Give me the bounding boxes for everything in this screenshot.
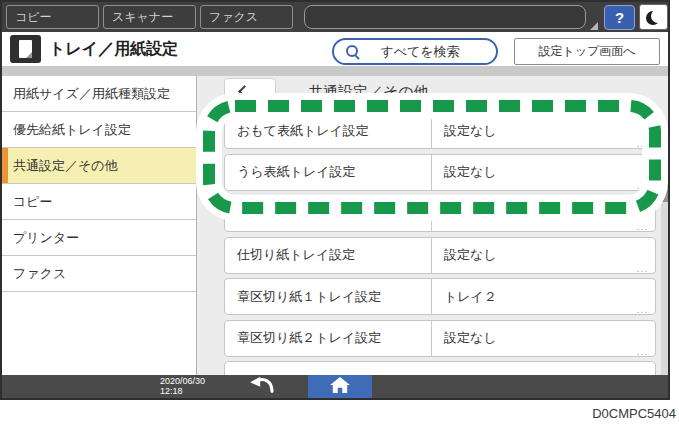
search-icon [346, 45, 360, 59]
row-value: 設定なし [431, 321, 497, 356]
sidebar: 用紙サイズ／用紙種類設定優先給紙トレイ設定共通設定／その他コピープリンターファク… [2, 76, 197, 375]
resize-notch-icon [590, 22, 598, 30]
main-list: 共通設定／その他 おもて表紙トレイ設定設定なし...うら表紙トレイ設定設定なし.… [198, 76, 668, 375]
row-more-icon: ... [637, 346, 648, 357]
sidebar-item-4[interactable]: プリンター [2, 220, 196, 256]
help-button[interactable]: ? [604, 5, 635, 30]
row-more-icon: ... [637, 304, 648, 315]
row-label: 章区切り紙１トレイ設定 [237, 279, 381, 314]
row-more-icon: ... [637, 138, 648, 149]
back-button[interactable] [224, 78, 276, 104]
row-label: うら表紙トレイ設定 [237, 155, 356, 190]
page: コピースキャナーファクス ? トレイ／用紙設定 すべてを検索 設定トップ画面へ … [0, 0, 679, 427]
row-value: トレイ２ [431, 279, 497, 314]
divider-band [2, 66, 668, 76]
sidebar-item-3[interactable]: コピー [2, 184, 196, 220]
table-row-0[interactable]: おもて表紙トレイ設定設定なし... [224, 112, 656, 149]
figure-caption: D0CMPC5404 [592, 406, 676, 421]
table-row-1[interactable]: うら表紙トレイ設定設定なし... [224, 154, 656, 191]
table-row-4[interactable]: 章区切り紙１トレイ設定トレイ２... [224, 278, 656, 315]
undo-back-button[interactable] [240, 375, 284, 398]
sidebar-item-2[interactable]: 共通設定／その他 [2, 148, 196, 184]
row-label: 合紙トレイ設定 [237, 196, 329, 231]
table-row-5[interactable]: 章区切り紙２トレイ設定設定なし... [224, 320, 656, 357]
row-value: 設定なし [431, 196, 497, 231]
time-label: 12:18 [160, 386, 205, 396]
chevron-left-icon [238, 85, 251, 98]
datetime-display: 2020/06/30 12:18 [160, 376, 205, 396]
row-more-icon: ... [637, 180, 648, 191]
sidebar-item-5[interactable]: ファクス [2, 256, 196, 292]
search-button-label: すべてを検索 [380, 44, 459, 59]
status-display[interactable] [304, 5, 586, 29]
table-row-partial[interactable] [224, 361, 656, 375]
home-button[interactable] [308, 375, 372, 398]
tab-2[interactable]: ファクス [200, 5, 293, 29]
page-title: トレイ／用紙設定 [49, 39, 178, 60]
sidebar-item-0[interactable]: 用紙サイズ／用紙種類設定 [2, 76, 196, 112]
table-row-2[interactable]: 合紙トレイ設定設定なし... [224, 195, 656, 232]
row-more-icon: ... [637, 263, 648, 274]
sidebar-item-1[interactable]: 優先給紙トレイ設定 [2, 112, 196, 148]
undo-arrow-icon [246, 375, 278, 395]
date-label: 2020/06/30 [160, 376, 205, 386]
bottom-bar: 2020/06/30 12:18 [2, 375, 668, 398]
row-label: 章区切り紙２トレイ設定 [237, 321, 381, 356]
tray-paper-icon [10, 35, 41, 63]
top-bar: コピースキャナーファクス ? [2, 2, 668, 32]
content-area: 用紙サイズ／用紙種類設定優先給紙トレイ設定共通設定／その他コピープリンターファク… [2, 76, 668, 375]
row-label: おもて表紙トレイ設定 [237, 113, 369, 148]
device-screen: コピースキャナーファクス ? トレイ／用紙設定 すべてを検索 設定トップ画面へ … [0, 0, 670, 400]
row-label: 仕切り紙トレイ設定 [237, 238, 355, 273]
energy-saver-button[interactable] [639, 4, 668, 30]
row-value: 設定なし [431, 155, 497, 190]
settings-top-button[interactable]: 設定トップ画面へ [514, 38, 660, 65]
row-value: 設定なし [431, 238, 497, 273]
row-more-icon: ... [637, 221, 648, 232]
section-title: 共通設定／その他 [308, 83, 429, 102]
scrollbar-thumb[interactable] [661, 152, 668, 202]
moon-icon [646, 10, 662, 26]
scrollbar[interactable] [661, 150, 668, 375]
tab-0[interactable]: コピー [6, 5, 99, 29]
search-button[interactable]: すべてを検索 [332, 38, 498, 65]
row-value: 設定なし [431, 113, 497, 148]
tab-1[interactable]: スキャナー [103, 5, 196, 29]
title-bar: トレイ／用紙設定 すべてを検索 設定トップ画面へ [2, 32, 668, 66]
home-icon [329, 376, 351, 394]
table-row-3[interactable]: 仕切り紙トレイ設定設定なし... [224, 237, 656, 274]
